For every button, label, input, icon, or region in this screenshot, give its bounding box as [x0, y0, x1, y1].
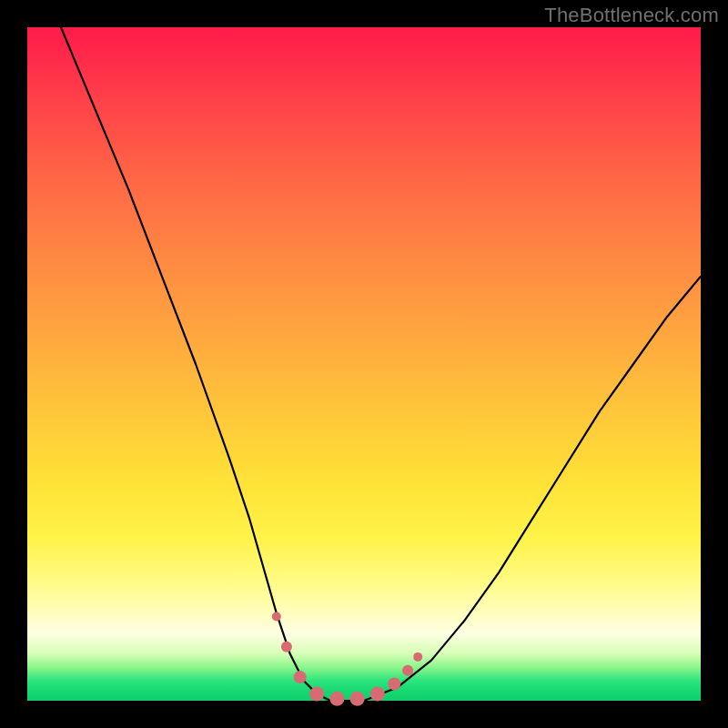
svg-point-9	[413, 652, 422, 662]
curve-layer	[27, 27, 701, 701]
svg-point-7	[388, 678, 400, 691]
svg-point-5	[350, 692, 365, 706]
svg-point-1	[281, 642, 292, 652]
bottleneck-curve	[61, 27, 701, 701]
svg-point-8	[402, 665, 413, 676]
svg-point-3	[309, 687, 324, 702]
svg-point-6	[370, 687, 385, 702]
chart-frame: TheBottleneck.com	[0, 0, 728, 728]
watermark-text: TheBottleneck.com	[544, 4, 719, 27]
svg-point-0	[272, 612, 281, 622]
svg-point-2	[294, 671, 307, 683]
plot-area	[27, 27, 701, 701]
highlight-dots	[272, 612, 422, 706]
svg-point-4	[329, 692, 344, 706]
